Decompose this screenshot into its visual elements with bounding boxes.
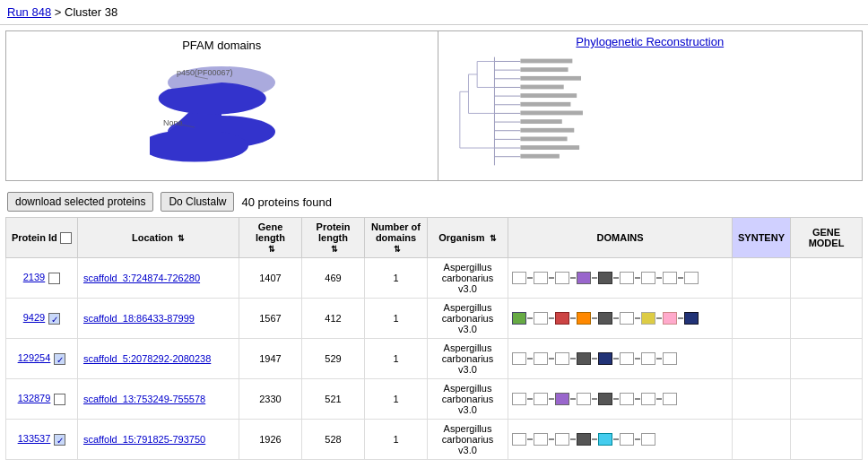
domain-box <box>512 393 526 405</box>
svg-rect-13 <box>520 119 561 124</box>
domain-box <box>663 312 677 325</box>
domain-line <box>570 277 576 279</box>
protein-id-link[interactable]: 132879 <box>18 393 51 403</box>
cell-location: scaffold_3:724874-726280 <box>78 258 239 299</box>
location-link[interactable]: scaffold_15:791825-793750 <box>83 434 205 445</box>
domain-box <box>534 352 548 365</box>
svg-rect-15 <box>520 128 574 133</box>
domain-line <box>656 358 662 360</box>
domain-box <box>684 272 699 284</box>
phylo-svg <box>442 48 859 174</box>
clustalw-btn[interactable]: Do Clustalw <box>161 192 234 212</box>
sort-organism[interactable]: ⇅ <box>490 234 497 243</box>
domain-box <box>598 352 612 365</box>
cell-num-domains: 1 <box>365 379 428 420</box>
domain-box <box>620 312 634 325</box>
domain-line <box>527 438 533 440</box>
domain-line <box>592 438 597 440</box>
domain-line <box>635 398 640 400</box>
th-gene-length[interactable]: Gene length ⇅ <box>239 218 302 258</box>
location-link[interactable]: scaffold_18:86433-87999 <box>83 313 195 324</box>
protein-id-link[interactable]: 133537 <box>18 433 51 444</box>
svg-rect-21 <box>520 154 559 159</box>
sort-num-domains[interactable]: ⇅ <box>394 245 401 254</box>
phylo-title[interactable]: Phylogenetic Reconstruction <box>442 35 859 48</box>
row-checkbox[interactable] <box>48 273 60 284</box>
domain-box <box>598 433 612 446</box>
th-gene-model: GENE MODEL <box>791 218 863 258</box>
th-protein-length[interactable]: Protein length ⇅ <box>302 218 365 258</box>
sort-gene-length[interactable]: ⇅ <box>268 245 275 254</box>
row-checkbox[interactable] <box>54 394 65 405</box>
cell-organism: Aspergillus carbonarius v3.0 <box>428 339 508 379</box>
domain-box <box>641 312 655 325</box>
svg-rect-3 <box>520 76 581 81</box>
cell-synteny <box>733 420 791 460</box>
phylo-panel: Phylogenetic Reconstruction <box>438 31 863 180</box>
domain-box <box>512 433 526 446</box>
cell-gene-model <box>791 420 863 460</box>
domain-box <box>534 433 548 446</box>
pfam-pie-svg: p450(PF00067) None <box>150 56 293 163</box>
top-panels: PFAM domains p450(PF00067) None <box>5 30 863 181</box>
pfam-panel: PFAM domains p450(PF00067) None <box>6 31 438 180</box>
domain-line <box>549 398 554 400</box>
proteins-table: Protein Id Location ⇅ Gene length ⇅ Prot… <box>5 217 863 460</box>
cell-num-domains: 1 <box>365 299 428 339</box>
domain-line <box>613 277 619 279</box>
protein-id-link[interactable]: 2139 <box>23 272 45 282</box>
domain-box <box>555 352 569 365</box>
svg-rect-5 <box>520 85 563 90</box>
domain-line <box>613 358 619 360</box>
run-link[interactable]: Run 848 <box>7 5 51 19</box>
protein-id-link[interactable]: 9429 <box>23 312 45 323</box>
location-link[interactable]: scaffold_5:2078292-2080238 <box>83 353 211 364</box>
cell-domain-vis <box>508 420 733 460</box>
table-row: 9429✓scaffold_18:86433-8799915674121Aspe… <box>6 299 863 339</box>
pie-chart: p450(PF00067) None <box>150 56 293 163</box>
row-checkbox[interactable]: ✓ <box>54 434 65 446</box>
proteins-found: 40 proteins found <box>241 195 331 209</box>
domain-box <box>512 312 526 325</box>
row-checkbox[interactable]: ✓ <box>48 313 60 325</box>
row-checkbox[interactable]: ✓ <box>54 353 65 365</box>
domain-line <box>527 277 533 279</box>
th-checkbox-all[interactable] <box>60 232 72 244</box>
domain-line <box>635 277 640 279</box>
domain-box <box>577 352 591 365</box>
domain-line <box>592 277 597 279</box>
cell-protein-length: 529 <box>302 339 365 379</box>
domain-box <box>555 393 569 405</box>
protein-id-link[interactable]: 129254 <box>18 352 51 363</box>
cell-gene-model <box>791 339 863 379</box>
cell-organism: Aspergillus carbonarius v3.0 <box>428 299 508 339</box>
domain-line <box>613 398 619 400</box>
cell-protein-length: 528 <box>302 420 365 460</box>
th-protein-id[interactable]: Protein Id <box>6 218 78 258</box>
domain-line <box>678 277 683 279</box>
location-link[interactable]: scaffold_3:724874-726280 <box>83 273 200 283</box>
cluster-label: Cluster 38 <box>65 5 117 19</box>
table-row: 132879scaffold_13:753249-75557823305211A… <box>6 379 863 420</box>
sort-protein-length[interactable]: ⇅ <box>331 245 338 254</box>
domain-line <box>549 358 554 360</box>
download-selected-btn[interactable]: download selected proteins <box>7 192 153 212</box>
cell-synteny <box>733 258 791 299</box>
cell-gene-model <box>791 379 863 420</box>
domain-line <box>592 358 597 360</box>
domain-line <box>635 317 640 319</box>
sort-location[interactable]: ⇅ <box>178 234 185 243</box>
th-num-domains[interactable]: Number of domains ⇅ <box>365 218 428 258</box>
cell-domain-vis <box>508 379 733 420</box>
svg-rect-11 <box>520 111 583 116</box>
domain-line <box>527 317 533 319</box>
location-link[interactable]: scaffold_13:753249-755578 <box>83 394 205 404</box>
domain-box <box>555 272 569 284</box>
cell-synteny <box>733 379 791 420</box>
th-location[interactable]: Location ⇅ <box>78 218 239 258</box>
domain-box <box>577 433 591 446</box>
domain-box <box>555 433 569 446</box>
th-organism[interactable]: Organism ⇅ <box>428 218 508 258</box>
domain-line <box>613 317 619 319</box>
cell-num-domains: 1 <box>365 258 428 299</box>
